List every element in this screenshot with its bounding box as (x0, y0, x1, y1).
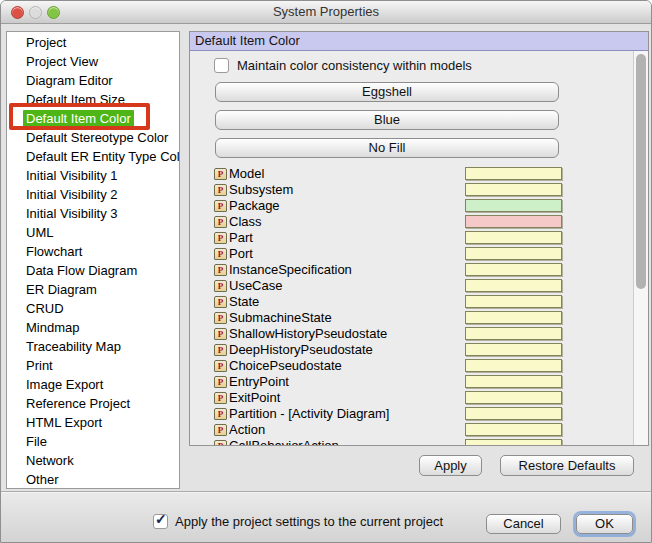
color-swatch[interactable] (465, 263, 562, 276)
item-label: Subsystem (229, 182, 293, 198)
sidebar-item-diagram-editor[interactable]: Diagram Editor (7, 70, 179, 89)
profile-icon: P (214, 376, 227, 388)
color-swatch[interactable] (465, 215, 562, 228)
sidebar-item-other[interactable]: Other (7, 469, 179, 488)
traffic-lights (11, 6, 60, 19)
sidebar-item-project[interactable]: Project (7, 32, 179, 51)
settings-category-list[interactable]: ProjectProject ViewDiagram EditorDefault… (6, 31, 180, 489)
sidebar-item-initial-visibility-1[interactable]: Initial Visibility 1 (7, 165, 179, 184)
sidebar-item-default-item-size[interactable]: Default Item Size (7, 89, 179, 108)
sidebar-item-file[interactable]: File (7, 431, 179, 450)
sidebar-item-data-flow-diagram[interactable]: Data Flow Diagram (7, 260, 179, 279)
sidebar-item-label: ER Diagram (26, 282, 97, 298)
sidebar-item-reference-project[interactable]: Reference Project (7, 393, 179, 412)
sidebar-item-label: Initial Visibility 1 (26, 168, 118, 184)
profile-icon: P (214, 344, 227, 356)
dialog-footer: ✓ Apply the project settings to the curr… (1, 491, 651, 543)
sidebar-item-network[interactable]: Network (7, 450, 179, 469)
color-swatch[interactable] (465, 375, 562, 388)
zoom-button-icon[interactable] (47, 6, 60, 19)
blue-color-button[interactable]: Blue (215, 110, 559, 130)
scrollbar-thumb[interactable] (636, 54, 646, 289)
item-row-model: PModel (214, 166, 563, 182)
item-label: ShallowHistoryPseudostate (229, 326, 387, 342)
sidebar-item-default-er-entity-type-color[interactable]: Default ER Entity Type Color (7, 146, 179, 165)
profile-icon: P (214, 328, 227, 340)
color-swatch[interactable] (465, 183, 562, 196)
item-row-partition-activity-diagram: PPartition - [Activity Diagram] (214, 406, 563, 422)
color-swatch[interactable] (465, 391, 562, 404)
color-swatch[interactable] (465, 407, 562, 420)
apply-settings-checkbox[interactable]: ✓ (153, 514, 168, 529)
item-label: EntryPoint (229, 374, 289, 390)
sidebar-item-label: Flowchart (26, 244, 82, 260)
profile-icon: P (214, 424, 227, 436)
panel-body: Maintain color consistency within models… (190, 51, 633, 445)
color-swatch[interactable] (465, 167, 562, 180)
sidebar-item-label: CRUD (26, 301, 64, 317)
color-swatch[interactable] (465, 439, 562, 445)
color-swatch[interactable] (465, 359, 562, 372)
sidebar-item-traceability-map[interactable]: Traceability Map (7, 336, 179, 355)
default-item-color-panel: Default Item Color Maintain color consis… (189, 31, 649, 446)
item-row-port: PPort (214, 246, 563, 262)
item-row-usecase: PUseCase (214, 278, 563, 294)
item-label: ChoicePseudostate (229, 358, 342, 374)
profile-icon: P (214, 264, 227, 276)
restore-defaults-button[interactable]: Restore Defaults (500, 455, 634, 476)
sidebar-item-label: Initial Visibility 2 (26, 187, 118, 203)
ok-button[interactable]: OK (576, 514, 633, 534)
sidebar-item-er-diagram[interactable]: ER Diagram (7, 279, 179, 298)
eggshell-color-button[interactable]: Eggshell (215, 82, 559, 102)
sidebar-item-default-item-color[interactable]: Default Item Color (7, 108, 179, 127)
profile-icon: P (214, 232, 227, 244)
color-swatch[interactable] (465, 343, 562, 356)
item-label: ExitPoint (229, 390, 280, 406)
item-row-state: PState (214, 294, 563, 310)
color-swatch[interactable] (465, 311, 562, 324)
sidebar-item-crud[interactable]: CRUD (7, 298, 179, 317)
sidebar-item-label: Project View (26, 54, 98, 70)
item-label: State (229, 294, 259, 310)
sidebar-item-html-export[interactable]: HTML Export (7, 412, 179, 431)
sidebar-item-initial-visibility-3[interactable]: Initial Visibility 3 (7, 203, 179, 222)
maintain-consistency-row: Maintain color consistency within models (214, 58, 472, 73)
sidebar-item-default-stereotype-color[interactable]: Default Stereotype Color (7, 127, 179, 146)
item-row-class: PClass (214, 214, 563, 230)
sidebar-item-flowchart[interactable]: Flowchart (7, 241, 179, 260)
item-label: Port (229, 246, 253, 262)
sidebar-item-label: Diagram Editor (26, 73, 113, 89)
sidebar-item-mindmap[interactable]: Mindmap (7, 317, 179, 336)
color-swatch[interactable] (465, 327, 562, 340)
sidebar-item-uml[interactable]: UML (7, 222, 179, 241)
color-swatch[interactable] (465, 295, 562, 308)
profile-icon: P (214, 248, 227, 260)
sidebar-item-print[interactable]: Print (7, 355, 179, 374)
no-fill-color-button[interactable]: No Fill (215, 138, 559, 158)
sidebar-item-label: Image Export (26, 377, 103, 393)
sidebar-item-project-view[interactable]: Project View (7, 51, 179, 70)
maintain-consistency-checkbox[interactable] (214, 58, 229, 73)
item-row-submachinestate: PSubmachineState (214, 310, 563, 326)
minimize-button-icon[interactable] (29, 6, 42, 19)
sidebar-item-label: Default Item Size (26, 92, 125, 108)
item-row-part: PPart (214, 230, 563, 246)
apply-settings-row: ✓ Apply the project settings to the curr… (153, 514, 443, 529)
profile-icon: P (214, 408, 227, 420)
apply-button[interactable]: Apply (419, 455, 482, 476)
sidebar-item-initial-visibility-2[interactable]: Initial Visibility 2 (7, 184, 179, 203)
color-swatch[interactable] (465, 423, 562, 436)
profile-icon: P (214, 360, 227, 372)
color-swatch[interactable] (465, 247, 562, 260)
panel-scrollbar[interactable] (633, 51, 648, 445)
color-swatch[interactable] (465, 231, 562, 244)
color-swatch[interactable] (465, 199, 562, 212)
sidebar-item-label: Default Stereotype Color (26, 130, 168, 146)
close-button-icon[interactable] (11, 6, 24, 19)
cancel-button[interactable]: Cancel (486, 514, 561, 534)
item-label: SubmachineState (229, 310, 332, 326)
sidebar-item-label: Default Item Color (23, 110, 134, 128)
profile-icon: P (214, 216, 227, 228)
sidebar-item-image-export[interactable]: Image Export (7, 374, 179, 393)
color-swatch[interactable] (465, 279, 562, 292)
